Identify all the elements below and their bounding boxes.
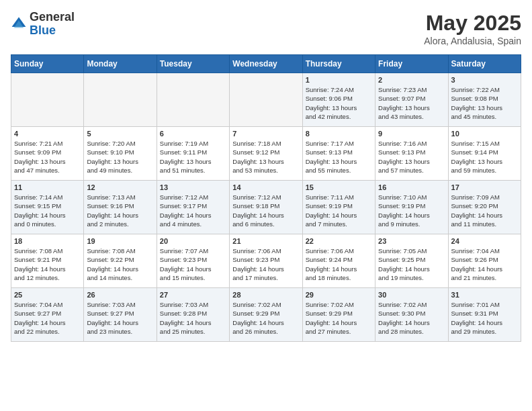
day-info: Sunrise: 7:07 AM Sunset: 9:23 PM Dayligh… — [160, 246, 226, 282]
day-info: Sunrise: 7:04 AM Sunset: 9:27 PM Dayligh… — [14, 300, 81, 336]
day-info: Sunrise: 7:16 AM Sunset: 9:13 PM Dayligh… — [378, 139, 445, 175]
day-info: Sunrise: 7:13 AM Sunset: 9:16 PM Dayligh… — [87, 193, 153, 228]
day-number: 7 — [232, 130, 299, 138]
title-block: May 2025 Alora, Andalusia, Spain — [424, 11, 521, 46]
day-info: Sunrise: 7:02 AM Sunset: 9:30 PM Dayligh… — [378, 300, 445, 336]
calendar-cell: 2Sunrise: 7:23 AM Sunset: 9:07 PM Daylig… — [375, 73, 448, 127]
calendar-cell: 22Sunrise: 7:06 AM Sunset: 9:24 PM Dayli… — [302, 234, 375, 288]
logo-general: General — [30, 11, 75, 24]
day-info: Sunrise: 7:15 AM Sunset: 9:14 PM Dayligh… — [451, 139, 518, 175]
day-number: 2 — [378, 76, 445, 84]
day-number: 9 — [378, 130, 445, 138]
calendar-week-row: 1Sunrise: 7:24 AM Sunset: 9:06 PM Daylig… — [11, 73, 521, 127]
day-info: Sunrise: 7:06 AM Sunset: 9:24 PM Dayligh… — [306, 246, 372, 282]
day-info: Sunrise: 7:12 AM Sunset: 9:18 PM Dayligh… — [232, 193, 299, 228]
day-number: 13 — [160, 183, 226, 191]
day-info: Sunrise: 7:19 AM Sunset: 9:11 PM Dayligh… — [160, 139, 226, 175]
day-number: 27 — [160, 291, 226, 299]
calendar-cell: 23Sunrise: 7:05 AM Sunset: 9:25 PM Dayli… — [375, 234, 448, 288]
calendar-cell: 3Sunrise: 7:22 AM Sunset: 9:08 PM Daylig… — [448, 73, 521, 127]
logo-icon — [11, 16, 27, 32]
day-number: 18 — [14, 237, 81, 245]
day-number: 17 — [451, 183, 518, 191]
calendar-cell: 6Sunrise: 7:19 AM Sunset: 9:11 PM Daylig… — [157, 127, 229, 181]
day-info: Sunrise: 7:22 AM Sunset: 9:08 PM Dayligh… — [451, 85, 518, 121]
day-info: Sunrise: 7:21 AM Sunset: 9:09 PM Dayligh… — [14, 139, 81, 175]
day-number: 8 — [306, 130, 372, 138]
calendar-cell: 14Sunrise: 7:12 AM Sunset: 9:18 PM Dayli… — [230, 181, 302, 234]
day-number: 30 — [378, 291, 445, 299]
calendar-cell: 12Sunrise: 7:13 AM Sunset: 9:16 PM Dayli… — [84, 181, 157, 234]
calendar-cell — [230, 73, 302, 127]
day-number: 10 — [451, 130, 518, 138]
calendar-cell: 7Sunrise: 7:18 AM Sunset: 9:12 PM Daylig… — [230, 127, 302, 181]
day-number: 22 — [306, 237, 372, 245]
calendar-cell: 8Sunrise: 7:17 AM Sunset: 9:13 PM Daylig… — [302, 127, 375, 181]
calendar-cell — [84, 73, 157, 127]
weekday-header-saturday: Saturday — [448, 55, 521, 73]
calendar-cell: 24Sunrise: 7:04 AM Sunset: 9:26 PM Dayli… — [448, 234, 521, 288]
calendar-table: SundayMondayTuesdayWednesdayThursdayFrid… — [11, 54, 521, 342]
calendar-cell: 9Sunrise: 7:16 AM Sunset: 9:13 PM Daylig… — [375, 127, 448, 181]
day-info: Sunrise: 7:18 AM Sunset: 9:12 PM Dayligh… — [232, 139, 299, 175]
day-number: 25 — [14, 291, 81, 299]
calendar-week-row: 4Sunrise: 7:21 AM Sunset: 9:09 PM Daylig… — [11, 127, 521, 181]
calendar-cell: 5Sunrise: 7:20 AM Sunset: 9:10 PM Daylig… — [84, 127, 157, 181]
day-info: Sunrise: 7:23 AM Sunset: 9:07 PM Dayligh… — [378, 85, 445, 121]
day-number: 20 — [160, 237, 226, 245]
weekday-header-thursday: Thursday — [302, 55, 375, 73]
logo-text: General Blue — [30, 11, 75, 38]
calendar-cell: 29Sunrise: 7:02 AM Sunset: 9:29 PM Dayli… — [302, 288, 375, 342]
day-number: 4 — [14, 130, 81, 138]
weekday-header-tuesday: Tuesday — [157, 55, 229, 73]
weekday-header-wednesday: Wednesday — [230, 55, 302, 73]
day-number: 12 — [87, 183, 153, 191]
day-info: Sunrise: 7:11 AM Sunset: 9:19 PM Dayligh… — [306, 193, 372, 228]
day-number: 28 — [232, 291, 299, 299]
calendar-cell: 10Sunrise: 7:15 AM Sunset: 9:14 PM Dayli… — [448, 127, 521, 181]
calendar-cell — [157, 73, 229, 127]
day-number: 26 — [87, 291, 153, 299]
calendar-cell: 25Sunrise: 7:04 AM Sunset: 9:27 PM Dayli… — [11, 288, 84, 342]
day-info: Sunrise: 7:14 AM Sunset: 9:15 PM Dayligh… — [14, 193, 81, 228]
calendar-cell: 30Sunrise: 7:02 AM Sunset: 9:30 PM Dayli… — [375, 288, 448, 342]
calendar-cell: 28Sunrise: 7:02 AM Sunset: 9:29 PM Dayli… — [230, 288, 302, 342]
calendar-cell: 27Sunrise: 7:03 AM Sunset: 9:28 PM Dayli… — [157, 288, 229, 342]
day-number: 6 — [160, 130, 226, 138]
calendar-cell: 1Sunrise: 7:24 AM Sunset: 9:06 PM Daylig… — [302, 73, 375, 127]
day-number: 14 — [232, 183, 299, 191]
day-number: 15 — [306, 183, 372, 191]
day-info: Sunrise: 7:24 AM Sunset: 9:06 PM Dayligh… — [306, 85, 372, 121]
day-info: Sunrise: 7:02 AM Sunset: 9:29 PM Dayligh… — [232, 300, 299, 336]
day-info: Sunrise: 7:09 AM Sunset: 9:20 PM Dayligh… — [451, 193, 518, 228]
day-number: 21 — [232, 237, 299, 245]
day-info: Sunrise: 7:01 AM Sunset: 9:31 PM Dayligh… — [451, 300, 518, 336]
calendar-cell: 13Sunrise: 7:12 AM Sunset: 9:17 PM Dayli… — [157, 181, 229, 234]
day-info: Sunrise: 7:10 AM Sunset: 9:19 PM Dayligh… — [378, 193, 445, 228]
day-number: 19 — [87, 237, 153, 245]
day-info: Sunrise: 7:08 AM Sunset: 9:21 PM Dayligh… — [14, 246, 81, 282]
day-info: Sunrise: 7:04 AM Sunset: 9:26 PM Dayligh… — [451, 246, 518, 282]
day-number: 1 — [306, 76, 372, 84]
day-number: 23 — [378, 237, 445, 245]
day-info: Sunrise: 7:17 AM Sunset: 9:13 PM Dayligh… — [306, 139, 372, 175]
calendar-cell: 20Sunrise: 7:07 AM Sunset: 9:23 PM Dayli… — [157, 234, 229, 288]
logo-blue: Blue — [30, 24, 75, 38]
weekday-header-row: SundayMondayTuesdayWednesdayThursdayFrid… — [11, 55, 521, 73]
day-info: Sunrise: 7:02 AM Sunset: 9:29 PM Dayligh… — [306, 300, 372, 336]
day-info: Sunrise: 7:06 AM Sunset: 9:23 PM Dayligh… — [232, 246, 299, 282]
calendar-cell: 19Sunrise: 7:08 AM Sunset: 9:22 PM Dayli… — [84, 234, 157, 288]
day-info: Sunrise: 7:03 AM Sunset: 9:27 PM Dayligh… — [87, 300, 153, 336]
day-info: Sunrise: 7:05 AM Sunset: 9:25 PM Dayligh… — [378, 246, 445, 282]
page-header: General Blue May 2025 Alora, Andalusia, … — [11, 11, 521, 46]
calendar-week-row: 18Sunrise: 7:08 AM Sunset: 9:21 PM Dayli… — [11, 234, 521, 288]
logo: General Blue — [11, 11, 75, 38]
calendar-cell: 18Sunrise: 7:08 AM Sunset: 9:21 PM Dayli… — [11, 234, 84, 288]
month-year: May 2025 — [424, 11, 521, 36]
weekday-header-monday: Monday — [84, 55, 157, 73]
day-number: 29 — [306, 291, 372, 299]
calendar-cell: 26Sunrise: 7:03 AM Sunset: 9:27 PM Dayli… — [84, 288, 157, 342]
day-number: 16 — [378, 183, 445, 191]
day-info: Sunrise: 7:08 AM Sunset: 9:22 PM Dayligh… — [87, 246, 153, 282]
calendar-cell: 16Sunrise: 7:10 AM Sunset: 9:19 PM Dayli… — [375, 181, 448, 234]
